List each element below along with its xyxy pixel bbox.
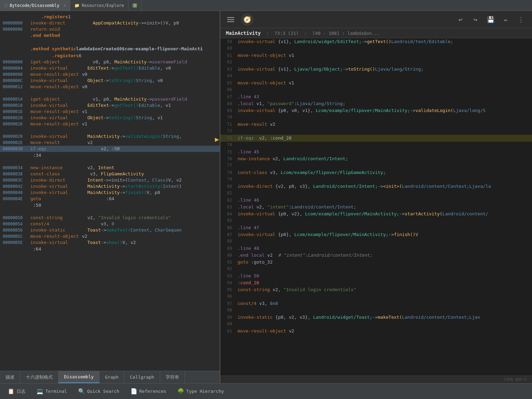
right-code-line: 83 .local v2, "intent":Landroid/content/…: [220, 204, 532, 211]
tab-hex-label: 十六进制格式: [26, 374, 53, 380]
right-panel: 🧭 ↩ ↪ 💾 ✏️ ⋮: [220, 11, 532, 383]
tab-graph[interactable]: Graph: [100, 371, 124, 383]
terminal-label: Terminal: [45, 389, 67, 394]
type-hierarchy-button[interactable]: 🌳 Type Hierarchy: [173, 387, 229, 396]
status-filename: MainActivity: [226, 30, 261, 36]
redo-button[interactable]: ↪: [470, 14, 481, 25]
undo-button[interactable]: ↩: [455, 14, 466, 25]
status-range: [40 - 108] : lambda$on...: [312, 31, 380, 36]
compass-icon: 🧭: [243, 16, 251, 23]
compass-button[interactable]: 🧭: [241, 13, 253, 26]
right-code-line: 01 move-result-object v2: [220, 328, 532, 335]
right-header-left: 🧭: [226, 13, 253, 26]
terminal-button[interactable]: 💻 Terminal: [32, 387, 72, 396]
code-line: 00000000 iget-object v0, p0, MainActivit…: [0, 59, 220, 65]
search-icon: 🔍: [78, 388, 85, 395]
code-line: 0000002E move-result v2: [0, 140, 220, 146]
right-code-line: 00: [220, 321, 532, 328]
right-code-line: 68 .local v1, "password":Ljava/lang/Stri…: [220, 100, 532, 107]
terminal-icon: 💻: [36, 388, 43, 395]
code-line: 00000014 iget-object v1, p0, MainActivit…: [0, 96, 220, 102]
code-line: [0, 127, 220, 133]
code-line: 0000005C move-result-object v2: [0, 233, 220, 239]
right-code-line: 96: [220, 293, 532, 300]
right-code-line: 98: [220, 307, 532, 314]
tab-bytecode-disassembly[interactable]: ⬡ Bytecode/Disassembly ✕: [0, 0, 70, 11]
right-toolbar: ↩ ↪ 💾 ✏️ ⋮: [455, 14, 526, 25]
right-code-line: 72: [220, 128, 532, 135]
tab-disassembly[interactable]: Disassembly: [59, 371, 100, 383]
right-panel-header: 🧭 ↩ ↪ 💾 ✏️ ⋮: [220, 11, 532, 28]
tab-resources-explore[interactable]: 📁 Resources/Explore: [70, 0, 128, 11]
right-code-line: 64: [220, 73, 532, 80]
code-line: 0000003C invoke-direct Intent-><init>(Co…: [0, 177, 220, 183]
right-code-line: 66: [220, 86, 532, 93]
disassembly-code-area[interactable]: .registers 1 00000000 invoke-direct AppC…: [0, 11, 220, 371]
tab-num[interactable]: 1: [128, 0, 142, 11]
type-hierarchy-label: Type Hierarchy: [186, 389, 224, 394]
tab-describe[interactable]: 描述: [0, 371, 20, 383]
right-code-line: 69 invoke-virtual {p0, v0, v1}, Lcom/exa…: [220, 107, 532, 114]
tab-disassembly-label: Disassembly: [64, 374, 94, 379]
right-code-line: 92: [220, 266, 532, 273]
quick-search-button[interactable]: 🔍 Quick Search: [73, 387, 124, 396]
code-line-highlighted: 00000030 if-eqz v2, :50: [0, 146, 220, 152]
save-icon: 💾: [487, 16, 494, 23]
tab-callgraph[interactable]: Callgraph: [124, 371, 160, 383]
tab-num-badge: 1: [133, 3, 137, 8]
code-line: 00000008 move-result-object v0: [0, 71, 220, 78]
more-options-button[interactable]: ⋮: [515, 14, 526, 25]
hamburger-button[interactable]: [226, 16, 236, 23]
hierarchy-icon: 🌳: [177, 388, 184, 395]
redo-icon: ↪: [474, 16, 478, 23]
code-line: 00000054 const/4 v3, 0: [0, 221, 220, 227]
tab-strings[interactable]: 字符串: [160, 371, 185, 383]
arrow-indicator: ▶: [215, 135, 219, 143]
code-line-method: .method synthetic lambda$onCreate$0$com-…: [0, 45, 220, 53]
right-footer: CSDN @A5rZ: [220, 376, 532, 383]
code-line: 00000018 invoke-virtual EditText->getTex…: [0, 102, 220, 109]
tab-bytecode-close[interactable]: ✕: [64, 3, 66, 8]
code-line-label: :64: [0, 246, 220, 252]
more-icon: ⋮: [518, 16, 524, 23]
right-code-line: 61 move-result-object v1: [220, 52, 532, 59]
right-code-line: 99 invoke-static {p0, v2, v3}, Landroid/…: [220, 314, 532, 321]
right-code-line: 78 const-class v3, Lcom/example/flipover…: [220, 169, 532, 176]
right-code-line: 89 .line 48: [220, 245, 532, 252]
code-line: 00000050 const-string v2, "Invalid login…: [0, 215, 220, 221]
code-line: .registers 6: [0, 53, 220, 59]
code-line: 00000048 invoke-virtual MainActivity->fi…: [0, 190, 220, 196]
code-line: [0, 90, 220, 96]
tab-bytecode-label: Bytecode/Disassembly: [10, 3, 60, 8]
right-code-line: 62: [220, 59, 532, 66]
left-panel: .registers 1 00000000 invoke-direct AppC…: [0, 11, 220, 383]
tab-bar: ⬡ Bytecode/Disassembly ✕ 📁 Resources/Exp…: [0, 0, 532, 11]
save-button[interactable]: 💾: [485, 14, 496, 25]
right-code-line: 80 invoke-direct {v2, p0, v3}, Landroid/…: [220, 183, 532, 190]
edit-icon: ✏️: [504, 16, 508, 23]
right-code-area[interactable]: 59 invoke-virtual {v1}, Landroid/widget/…: [220, 38, 532, 376]
status-position: 73:3 (21): [274, 31, 299, 36]
right-code-line: 70: [220, 114, 532, 121]
code-line: 00000056 invoke-static Toast->makeText(C…: [0, 227, 220, 233]
code-line: 0000001E move-result-object v1: [0, 109, 220, 115]
code-line: 0000005E invoke-virtual Toast->show()V, …: [0, 239, 220, 246]
quick-search-label: Quick Search: [87, 389, 119, 394]
edit-button[interactable]: ✏️: [500, 14, 511, 25]
right-status-bar: MainActivity | 73:3 (21) | [40 - 108] : …: [220, 28, 532, 38]
references-label: References: [139, 389, 166, 394]
code-line: 00000012 move-result-object v0: [0, 84, 220, 90]
right-code-line: 86 .line 47: [220, 224, 532, 231]
right-code-line: 81: [220, 190, 532, 197]
right-code-line: 90 .end local v2 # "intent":Landroid/con…: [220, 252, 532, 259]
undo-icon: ↩: [459, 16, 462, 23]
code-line: 0000004E goto :64: [0, 196, 220, 202]
folder-icon: 📁: [74, 3, 80, 8]
log-button[interactable]: 📋 日志: [3, 387, 30, 396]
right-code-line: 84 invoke-virtual {p0, v2}, Lcom/example…: [220, 211, 532, 217]
tab-hex[interactable]: 十六进制格式: [20, 371, 59, 383]
references-button[interactable]: 📄 References: [126, 387, 171, 396]
tab-strings-label: 字符串: [166, 374, 179, 380]
code-line: [0, 39, 220, 45]
code-line: 0000000C invoke-virtual Object->toString…: [0, 78, 220, 84]
